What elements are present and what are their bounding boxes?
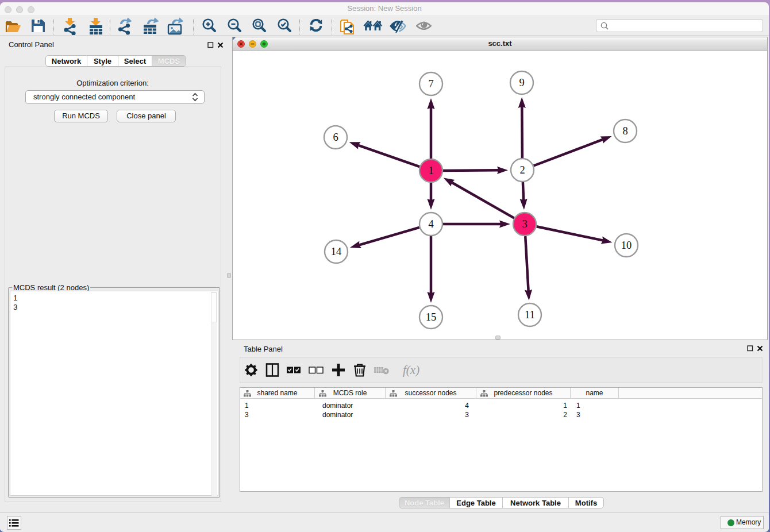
svg-text:9: 9 xyxy=(519,77,524,88)
svg-text:3: 3 xyxy=(522,218,527,230)
svg-text:7: 7 xyxy=(428,78,433,90)
svg-text:8: 8 xyxy=(622,125,627,137)
svg-text:4: 4 xyxy=(428,218,433,230)
svg-text:2: 2 xyxy=(519,164,525,176)
svg-text:15: 15 xyxy=(426,311,437,323)
svg-text:6: 6 xyxy=(333,132,338,143)
svg-text:14: 14 xyxy=(331,246,342,257)
svg-text:1: 1 xyxy=(428,165,433,176)
svg-text:f(x): f(x) xyxy=(403,363,419,377)
svg-text:10: 10 xyxy=(621,240,632,251)
svg-text:11: 11 xyxy=(525,309,535,321)
